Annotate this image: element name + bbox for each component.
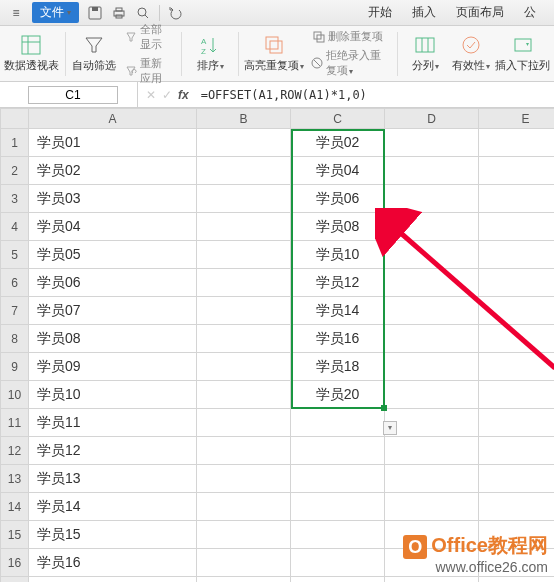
cell[interactable] [197, 185, 291, 213]
name-box[interactable]: C1 [28, 86, 118, 104]
cell[interactable] [479, 353, 555, 381]
cell[interactable] [385, 409, 479, 437]
cell[interactable]: 学员02 [291, 129, 385, 157]
cell[interactable]: 学员01 [29, 577, 197, 583]
cell[interactable] [291, 409, 385, 437]
cell[interactable] [385, 129, 479, 157]
cancel-icon[interactable]: ✕ [146, 88, 156, 102]
col-header-d[interactable]: D [385, 109, 479, 129]
cell[interactable] [479, 185, 555, 213]
cell[interactable]: 学员12 [291, 269, 385, 297]
cell[interactable]: 学员09 [29, 353, 197, 381]
cell[interactable]: 学员18 [291, 353, 385, 381]
formula-input[interactable] [197, 88, 554, 102]
cell[interactable]: 学员01 [29, 129, 197, 157]
row-header[interactable]: 7 [1, 297, 29, 325]
cell[interactable] [291, 493, 385, 521]
cell[interactable] [197, 157, 291, 185]
row-header[interactable]: 1 [1, 129, 29, 157]
cell[interactable] [291, 549, 385, 577]
cell[interactable] [479, 241, 555, 269]
cell[interactable]: 学员14 [29, 493, 197, 521]
cell[interactable] [291, 465, 385, 493]
col-header-b[interactable]: B [197, 109, 291, 129]
cell[interactable] [479, 129, 555, 157]
cell[interactable] [385, 437, 479, 465]
save-icon[interactable] [87, 5, 103, 21]
cell[interactable] [197, 465, 291, 493]
file-menu[interactable]: 文件 ▾ [32, 2, 79, 23]
cell[interactable] [385, 381, 479, 409]
cell[interactable] [197, 269, 291, 297]
cell[interactable] [479, 465, 555, 493]
highlight-dup-button[interactable]: 高亮重复项▾ [247, 32, 301, 75]
text-to-cols-button[interactable]: 分列▾ [405, 32, 445, 75]
cell[interactable] [385, 185, 479, 213]
cell[interactable]: 学员04 [29, 213, 197, 241]
cell[interactable] [479, 297, 555, 325]
row-header[interactable]: 12 [1, 437, 29, 465]
autofilter-button[interactable]: 自动筛选 [73, 32, 115, 75]
insert-dropdown-button[interactable]: 插入下拉列 [497, 32, 548, 75]
cell[interactable] [385, 269, 479, 297]
cell[interactable]: 学员16 [29, 549, 197, 577]
row-header[interactable]: 9 [1, 353, 29, 381]
row-header[interactable]: 11 [1, 409, 29, 437]
cell[interactable] [385, 353, 479, 381]
cell[interactable] [197, 241, 291, 269]
reject-dup-button[interactable]: 拒绝录入重复项▾ [307, 47, 388, 79]
cell[interactable] [385, 325, 479, 353]
sort-button[interactable]: AZ 排序▾ [190, 32, 230, 75]
cell[interactable]: 学员04 [291, 157, 385, 185]
col-header-a[interactable]: A [29, 109, 197, 129]
row-header[interactable]: 2 [1, 157, 29, 185]
cell[interactable] [385, 493, 479, 521]
cell[interactable] [197, 493, 291, 521]
cell[interactable]: 学员11 [29, 409, 197, 437]
cell[interactable] [385, 577, 479, 583]
cell[interactable]: 学员03 [29, 185, 197, 213]
cell[interactable]: 学员10 [29, 381, 197, 409]
print-icon[interactable] [111, 5, 127, 21]
cell[interactable] [479, 269, 555, 297]
select-all-corner[interactable] [1, 109, 29, 129]
cell[interactable]: 学员05 [29, 241, 197, 269]
cell[interactable] [479, 409, 555, 437]
cell[interactable] [479, 493, 555, 521]
cell[interactable] [385, 157, 479, 185]
cell[interactable] [197, 437, 291, 465]
cell[interactable]: 学员08 [29, 325, 197, 353]
fx-icon[interactable]: fx [178, 88, 189, 102]
cell[interactable] [479, 577, 555, 583]
pivot-table-button[interactable]: 数据透视表 [6, 32, 57, 75]
cell[interactable] [291, 577, 385, 583]
cell[interactable] [291, 437, 385, 465]
row-header[interactable]: 16 [1, 549, 29, 577]
validity-button[interactable]: 有效性▾ [451, 32, 491, 75]
row-header[interactable]: 10 [1, 381, 29, 409]
print-preview-icon[interactable] [135, 5, 151, 21]
cell[interactable] [197, 521, 291, 549]
row-header[interactable]: 6 [1, 269, 29, 297]
cell[interactable]: 学员06 [291, 185, 385, 213]
menu-icon[interactable]: ≡ [8, 5, 24, 21]
cell[interactable] [385, 241, 479, 269]
cell[interactable]: 学员16 [291, 325, 385, 353]
tab-pagelayout[interactable]: 页面布局 [446, 0, 514, 25]
cell[interactable] [197, 213, 291, 241]
cell[interactable] [197, 409, 291, 437]
cell[interactable] [385, 297, 479, 325]
cell[interactable]: 学员15 [29, 521, 197, 549]
cell[interactable] [197, 129, 291, 157]
tab-start[interactable]: 开始 [358, 0, 402, 25]
cell[interactable] [197, 381, 291, 409]
cell[interactable]: 学员08 [291, 213, 385, 241]
cell[interactable]: 学员10 [291, 241, 385, 269]
showall-button[interactable]: 全部显示 [121, 21, 173, 53]
cell[interactable] [479, 381, 555, 409]
cell[interactable] [197, 297, 291, 325]
accept-icon[interactable]: ✓ [162, 88, 172, 102]
cell[interactable] [385, 465, 479, 493]
cell[interactable]: 学员07 [29, 297, 197, 325]
cell[interactable] [479, 437, 555, 465]
